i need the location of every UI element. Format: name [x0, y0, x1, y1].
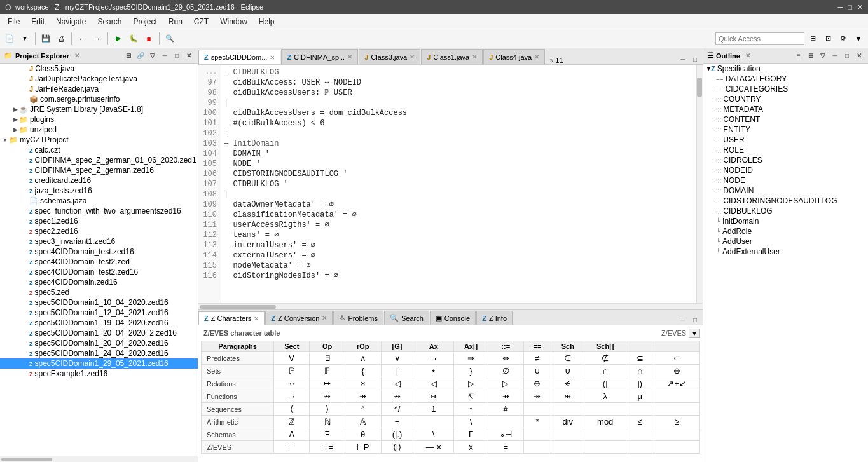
tree-horizontal-scrollbar[interactable] — [0, 456, 198, 462]
tab-close-button[interactable]: ✕ — [534, 53, 539, 60]
outline-item-content[interactable]: ::: CONTENT — [703, 114, 868, 125]
tab-class1[interactable]: J Class1.java ✕ — [421, 49, 483, 64]
bottom-minimize-button[interactable]: ─ — [678, 315, 688, 325]
outline-item-country[interactable]: ::: COUNTRY — [703, 94, 868, 104]
tree-item-spec4domain[interactable]: z spec4CIDDomain.zed16 — [0, 277, 198, 287]
toolbar-stop[interactable]: ■ — [142, 32, 156, 46]
tree-item-schemas[interactable]: 📄 schemas.jaza — [0, 196, 198, 206]
char-cell[interactable]: ∪ — [551, 365, 584, 377]
tree-item-spec5-2905[interactable]: z spec5CIDDomain1_29_05_2021.zed16 — [0, 358, 198, 369]
code-content[interactable]: — CIDBULKLOG cidBulkAccess: USER ↔ NODEI… — [221, 65, 703, 303]
char-cell[interactable]: ⊆ — [626, 352, 654, 365]
char-cell[interactable] — [584, 441, 626, 454]
char-cell[interactable]: ≥ — [654, 416, 699, 428]
scrollbar-thumb[interactable] — [200, 305, 276, 309]
char-cell[interactable]: ℙ — [274, 365, 310, 377]
tab-problems[interactable]: ⚠ Problems — [333, 311, 383, 325]
char-cell[interactable]: ⊢= — [310, 441, 345, 454]
tree-item-spec5-1904[interactable]: z spec5CIDDomain1_19_04_2020.zed16 — [0, 318, 198, 328]
tree-item-unziped[interactable]: ▶ 📁 unziped — [0, 125, 198, 135]
char-cell[interactable]: ↔ — [274, 377, 310, 390]
tree-item-spec5-2004b[interactable]: z spec5CIDDomain1_20_04_2020.zed16 — [0, 338, 198, 348]
outline-item-spec[interactable]: ▼ Z Specification — [703, 64, 868, 74]
close-panel-button[interactable]: ✕ — [184, 51, 194, 61]
char-cell[interactable]: ⇸ — [488, 390, 523, 403]
char-cell[interactable]: ⩤ — [551, 377, 584, 390]
char-cell[interactable]: ⟩ — [310, 403, 345, 416]
outline-item-node[interactable]: ::: NODE — [703, 175, 868, 186]
outline-maximize-button[interactable]: □ — [842, 51, 852, 61]
tree-item-spec5-2004a[interactable]: z spec5CIDDomain1_20_04_2020_2.zed16 — [0, 328, 198, 338]
char-cell[interactable] — [654, 403, 699, 416]
toolbar-forward[interactable]: → — [90, 32, 104, 46]
tree-item-class5[interactable]: J Class5.java — [0, 64, 198, 74]
tab-z-characters[interactable]: Z Z Characters ✕ — [198, 311, 265, 325]
char-cell[interactable]: ↸ — [454, 390, 488, 403]
titlebar-controls[interactable]: ─ □ ✕ — [838, 3, 863, 11]
outline-collapse-button[interactable]: ⊟ — [806, 51, 816, 61]
char-cell[interactable]: — × — [413, 441, 454, 454]
toolbar-views[interactable]: ⊡ — [821, 32, 835, 46]
tree-item-spec1[interactable]: z spec1.zed16 — [0, 216, 198, 226]
char-cell[interactable]: = — [488, 441, 523, 454]
char-cell[interactable]: ↠ — [523, 390, 551, 403]
scrollbar-thumb[interactable] — [697, 78, 702, 97]
tree-item-spec5[interactable]: z spec5.zed — [0, 287, 198, 297]
char-cell[interactable]: x — [454, 441, 488, 454]
char-cell[interactable]: ↛ — [310, 390, 345, 403]
outline-item-adduser[interactable]: └ AddUser — [703, 236, 868, 247]
tree-item-spec4test2a[interactable]: z spec4CIDDomain_test2.zed — [0, 257, 198, 267]
tree-item-spec4test2b[interactable]: z spec4CIDDomain_test2.zed16 — [0, 267, 198, 277]
maximize-button[interactable]: □ — [848, 3, 852, 11]
char-cell[interactable] — [584, 403, 626, 416]
outline-item-cidcategories[interactable]: == CIDCATEGORIES — [703, 84, 868, 94]
tab-close-button[interactable]: ✕ — [270, 54, 275, 61]
char-cell[interactable]: ↗+↙ — [654, 377, 699, 390]
char-cell[interactable] — [413, 416, 454, 428]
toolbar-back[interactable]: ← — [75, 32, 89, 46]
minimize-panel-button[interactable]: ─ — [160, 51, 170, 61]
tree-item-calc[interactable]: z calc.czt — [0, 145, 198, 155]
zeves-dropdown-button[interactable]: ▼ — [689, 329, 700, 338]
char-cell[interactable]: ∅ — [488, 365, 523, 377]
char-cell[interactable]: * — [523, 416, 551, 428]
toolbar-settings[interactable]: ⚙ — [836, 32, 850, 46]
char-cell[interactable]: ∃ — [310, 352, 345, 365]
link-editor-button[interactable]: 🔗 — [135, 51, 146, 61]
char-cell[interactable]: ◁ — [413, 377, 454, 390]
char-cell[interactable] — [523, 441, 551, 454]
toolbar-open[interactable]: ▼ — [18, 32, 32, 46]
tab-z-conversion[interactable]: Z Z Conversion ✕ — [265, 311, 333, 325]
maximize-panel-button[interactable]: □ — [172, 51, 182, 61]
tab-search[interactable]: 🔍 Search — [384, 311, 429, 325]
char-cell[interactable]: # — [488, 403, 523, 416]
char-cell[interactable] — [584, 428, 626, 441]
char-cell[interactable] — [626, 403, 654, 416]
char-cell[interactable]: ⊖ — [654, 365, 699, 377]
toolbar-more[interactable]: ▼ — [851, 32, 865, 46]
tree-item-jaza[interactable]: z jaza_tests.zed16 — [0, 186, 198, 196]
char-cell[interactable]: ↑ — [454, 403, 488, 416]
tab-console[interactable]: ▣ Console — [430, 311, 476, 325]
char-cell[interactable] — [654, 428, 699, 441]
char-cell[interactable]: ℕ — [310, 416, 345, 428]
toolbar-perspectives[interactable]: ⊞ — [806, 32, 820, 46]
outline-item-role[interactable]: ::: ROLE — [703, 145, 868, 155]
tab-close-button[interactable]: ✕ — [472, 53, 477, 60]
char-cell[interactable]: ⊂ — [654, 352, 699, 365]
toolbar-print[interactable]: 🖨 — [54, 32, 68, 46]
char-cell[interactable]: ⟨|⟩ — [381, 441, 413, 454]
char-cell[interactable]: \ — [454, 416, 488, 428]
char-cell[interactable] — [523, 428, 551, 441]
char-cell[interactable]: + — [381, 416, 413, 428]
char-cell[interactable]: 𝔸 — [345, 416, 381, 428]
outline-item-initdomain[interactable]: └ InitDomain — [703, 216, 868, 226]
outline-item-addrole[interactable]: └ AddRole — [703, 226, 868, 236]
outline-close-button[interactable]: ✕ — [854, 51, 864, 61]
collapse-all-button[interactable]: ⊟ — [123, 51, 134, 61]
outline-item-addexternaluser[interactable]: └ AddExternalUser — [703, 247, 868, 257]
char-cell[interactable]: ∧ — [345, 352, 381, 365]
char-cell[interactable] — [626, 441, 654, 454]
outline-item-entity[interactable]: ::: ENTITY — [703, 125, 868, 135]
char-cell[interactable]: div — [551, 416, 584, 428]
